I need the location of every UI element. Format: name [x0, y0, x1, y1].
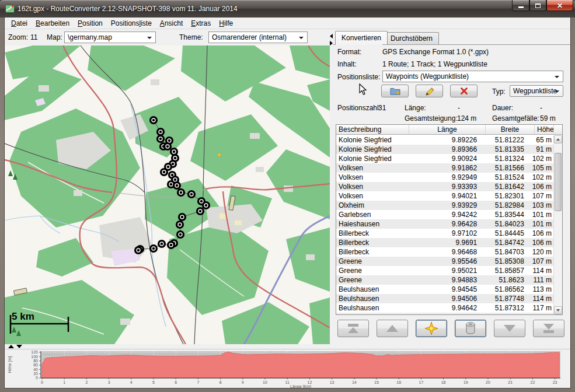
- table-cell-beschreibung: Greene: [336, 266, 406, 275]
- table-cell-breite: 51.84703: [479, 247, 527, 257]
- format-value: GPS Exchange Format 1.0 (*.gpx): [382, 48, 489, 56]
- tab-fill: [336, 44, 382, 45]
- table-row[interactable]: Billerbeck9.9710251.84445106 m: [336, 229, 553, 238]
- table-row[interactable]: Volksen9.9294951.81524102 m: [336, 173, 553, 182]
- table-cell-breite: 51.87748: [479, 294, 527, 303]
- theme-select[interactable]: Osmarenderer (internal): [208, 32, 308, 43]
- column-header-hoehe[interactable]: Höhe: [535, 125, 554, 134]
- table-row[interactable]: Haieshausen9.9642851.84023101 m: [336, 219, 553, 229]
- move-to-top-button[interactable]: [337, 320, 369, 337]
- table-cell-hoehe: 91 m: [527, 145, 553, 154]
- horizontal-splitter[interactable]: [5, 344, 570, 349]
- delete-positionlist-button[interactable]: [450, 85, 478, 97]
- table-cell-hoehe: 102 m: [527, 154, 553, 163]
- positionsliste-label: Positionsliste:: [337, 73, 380, 81]
- menu-item-bearbeiten[interactable]: Bearbeiten: [32, 18, 74, 29]
- column-header-beschreibung[interactable]: Beschreibung: [336, 125, 409, 134]
- delete-position-button[interactable]: [455, 320, 486, 337]
- scroll-down-button[interactable]: [554, 306, 562, 314]
- add-position-button[interactable]: [416, 320, 447, 337]
- menu-item-ansicht[interactable]: Ansicht: [156, 18, 187, 29]
- arrow-up-icon: [556, 138, 560, 141]
- map-select-value: \germany.map: [68, 33, 112, 41]
- table-row[interactable]: Beulshausen9.9464251.87312117 m: [336, 303, 553, 313]
- table-row[interactable]: Kolonie Siegfried9.8922651.8122265 m: [336, 135, 553, 145]
- expand-up-icon[interactable]: [8, 345, 14, 348]
- table-row[interactable]: Olxheim9.9392951.82984103 m: [336, 201, 553, 210]
- close-button[interactable]: ✕: [546, 0, 573, 11]
- table-row[interactable]: Greene9.9554651.85308107 m: [336, 257, 553, 266]
- close-icon: ✕: [557, 2, 563, 10]
- maximize-button[interactable]: [529, 0, 546, 11]
- table-row[interactable]: Beulshausen9.9450651.87748114 m: [336, 294, 553, 303]
- new-positionlist-button[interactable]: [381, 85, 409, 97]
- typ-select-value: Wegpunktliste: [513, 87, 557, 95]
- menu-item-hilfe[interactable]: Hilfe: [215, 18, 237, 29]
- svg-text:80: 80: [33, 359, 38, 363]
- move-to-bottom-button[interactable]: [533, 320, 564, 337]
- table-cell-hoehe: 101 m: [527, 219, 553, 229]
- map-select[interactable]: \germany.map: [64, 32, 156, 43]
- svg-text:11: 11: [285, 380, 290, 384]
- tab-durchstoebern[interactable]: Durchstöbern: [384, 32, 439, 44]
- move-up-button[interactable]: [377, 320, 408, 337]
- arrow-to-top-icon: [346, 323, 360, 334]
- minimize-button[interactable]: [512, 0, 529, 11]
- table-cell-breite: 51.83544: [479, 210, 527, 219]
- table-row[interactable]: Billerbeck9.969151.84742106 m: [336, 238, 553, 247]
- svg-text:0: 0: [36, 376, 38, 380]
- menu-item-datei[interactable]: Datei: [7, 18, 32, 29]
- tab-konvertieren[interactable]: Konvertieren: [335, 31, 388, 44]
- table-cell-beschreibung: Volksen: [336, 173, 406, 182]
- table-row[interactable]: Kolonie Siegfried9.8936651.8133591 m: [336, 145, 553, 154]
- typ-select[interactable]: Wegpunktliste: [510, 85, 563, 97]
- scroll-up-button[interactable]: [554, 135, 562, 144]
- title-bar[interactable]: 162t.gpx - RouteConverter 2.12-SNAPSHOT-…: [0, 0, 575, 18]
- svg-text:1: 1: [63, 380, 65, 384]
- edit-positionlist-button[interactable]: [416, 85, 443, 97]
- table-row[interactable]: Garlebsen9.9424251.83544101 m: [336, 210, 553, 219]
- menu-item-position[interactable]: Position: [74, 18, 107, 29]
- positionsliste-select[interactable]: Waypoints (Wegpunktliste): [382, 71, 563, 82]
- table-cell-breite: 51.85857: [479, 266, 527, 275]
- table-scrollbar[interactable]: [553, 135, 562, 314]
- table-cell-beschreibung: Kolonie Siegfried: [336, 154, 406, 163]
- table-cell-hoehe: 117 m: [527, 303, 553, 313]
- scrollbar-thumb[interactable]: [555, 153, 562, 211]
- table-row[interactable]: Beulshausen9.9471151.8825132 m: [336, 313, 553, 314]
- table-row[interactable]: Greene9.9502151.85857114 m: [336, 266, 553, 275]
- map-canvas[interactable]: 5 km: [5, 46, 330, 344]
- table-cell-laenge: 9.91862: [406, 163, 479, 173]
- table-row[interactable]: Beulshausen9.9454551.86562113 m: [336, 285, 553, 294]
- svg-text:8: 8: [219, 380, 222, 384]
- cylinder-icon: [464, 321, 477, 335]
- move-down-button[interactable]: [494, 320, 525, 337]
- star-icon: [424, 321, 438, 335]
- gesamtgefaelle-label: Gesamtgefälle:: [492, 114, 539, 123]
- table-cell-laenge: 9.96428: [406, 219, 479, 229]
- table-row[interactable]: Kolonie Siegfried9.9092451.81324102 m: [336, 154, 553, 163]
- column-header-laenge[interactable]: Länge: [409, 125, 486, 134]
- table-row[interactable]: Billerbeck9.9646851.84703120 m: [336, 247, 553, 257]
- svg-text:10: 10: [263, 380, 267, 384]
- menu-item-positionsliste[interactable]: Positionsliste: [107, 18, 156, 29]
- collapse-down-icon[interactable]: [16, 345, 22, 348]
- table-cell-beschreibung: Volksen: [336, 163, 406, 173]
- table-row[interactable]: Volksen9.9402151.82301107 m: [336, 191, 553, 201]
- table-row[interactable]: Volksen9.9186251.81566105 m: [336, 163, 553, 173]
- table-cell-beschreibung: Volksen: [336, 182, 406, 191]
- table-cell-laenge: 9.96468: [406, 247, 479, 257]
- svg-text:13: 13: [330, 380, 334, 384]
- table-cell-laenge: 9.94642: [406, 303, 479, 313]
- column-header-breite[interactable]: Breite: [486, 125, 535, 134]
- table-row[interactable]: Volksen9.9339351.81642106 m: [336, 182, 553, 191]
- svg-text:Höhe [m]: Höhe [m]: [8, 356, 12, 373]
- map-forest-areas: [5, 46, 330, 344]
- menu-item-extras[interactable]: Extras: [187, 18, 215, 29]
- table-cell-beschreibung: Kolonie Siegfried: [336, 145, 406, 154]
- table-cell-beschreibung: Greene: [336, 257, 406, 266]
- arrow-up-icon: [385, 324, 399, 333]
- elevation-profile-panel[interactable]: 0204060801001200123456789101112131415161…: [5, 349, 570, 388]
- svg-text:9: 9: [242, 380, 244, 384]
- table-row[interactable]: Greene9.9488351.8623111 m: [336, 275, 553, 285]
